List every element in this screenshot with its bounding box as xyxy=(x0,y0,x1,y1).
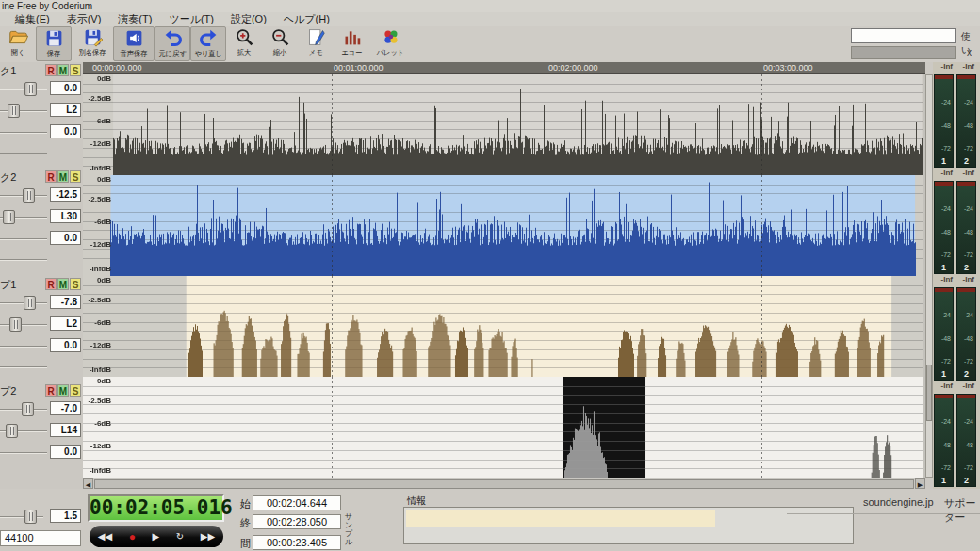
track2-volume-slider[interactable] xyxy=(23,188,35,203)
menu-settings[interactable]: 設定(O) xyxy=(231,12,267,26)
track2-extra-slider[interactable] xyxy=(0,259,47,261)
undo-button[interactable]: 元に戻す xyxy=(155,26,190,61)
meter-channel-1: -24-48-721 xyxy=(934,287,954,381)
track1-volume-slider[interactable] xyxy=(24,82,37,96)
db-label: -InfdB xyxy=(83,164,111,172)
palette-button[interactable]: パレット xyxy=(369,26,411,61)
track3-extra-slider[interactable] xyxy=(0,366,47,368)
db-label: -12dB xyxy=(83,442,111,450)
track4-waveform-lane-active[interactable]: 0dB -2.5dB -6dB -12dB -InfdB xyxy=(83,377,923,478)
track3-record-button[interactable]: R xyxy=(45,278,57,290)
menu-tools[interactable]: ツール(T) xyxy=(169,12,214,26)
site-link[interactable]: soundengine.jp xyxy=(863,496,934,508)
palette-icon xyxy=(381,27,400,47)
track4-volume-value[interactable]: -7.0 xyxy=(50,401,81,415)
track4-pan-value[interactable]: L14 xyxy=(50,423,81,437)
peak-value: -Inf xyxy=(933,169,955,181)
track4-mute-button[interactable]: M xyxy=(57,384,69,397)
track2-pan-slider[interactable] xyxy=(3,210,15,224)
peak-value: -Inf xyxy=(933,275,955,287)
track1-solo-button[interactable]: S xyxy=(70,64,81,76)
track3-waveform-lane[interactable]: 0dB -2.5dB -6dB -12dB -InfdB xyxy=(83,276,923,377)
track2-pan-value[interactable]: L30 xyxy=(50,209,81,223)
track2-mute-button[interactable]: M xyxy=(57,170,69,183)
ruler-label-2: 00:02:00.000 xyxy=(548,63,598,73)
record-button[interactable]: ● xyxy=(129,531,136,543)
zoom-in-button[interactable]: 拡大 xyxy=(226,26,262,61)
tempo-slider[interactable] xyxy=(24,510,37,524)
gap-time-field[interactable]: 00:00:23.405 xyxy=(253,535,341,550)
scrollbar-thumb[interactable] xyxy=(926,365,932,421)
loop-button[interactable]: ↻ xyxy=(176,532,184,542)
track4-record-button[interactable]: R xyxy=(45,384,57,397)
track1-extra-value[interactable]: 0.0 xyxy=(50,124,81,138)
menu-view[interactable]: 表示(V) xyxy=(67,12,102,26)
track1-record-button[interactable]: R xyxy=(45,64,57,76)
track3-solo-button[interactable]: S xyxy=(70,278,81,290)
zoom-out-label: 縮小 xyxy=(273,48,286,57)
echo-button[interactable]: エコー xyxy=(334,26,369,61)
menu-play[interactable]: 演奏(T) xyxy=(118,12,152,26)
open-button[interactable]: 開く xyxy=(0,26,36,61)
palette-label: パレット xyxy=(376,48,403,57)
track2-volume-value[interactable]: -12.5 xyxy=(50,187,81,202)
zoom-out-button[interactable]: 縮小 xyxy=(262,26,298,61)
scroll-right-icon[interactable]: ▶ xyxy=(915,478,925,489)
close-panel-label[interactable]: x xyxy=(967,47,972,57)
menu-edit[interactable]: 編集(E) xyxy=(15,12,50,26)
end-field-label: 終 xyxy=(240,516,251,530)
track2-solo-button[interactable]: S xyxy=(70,170,81,183)
track1-mute-button[interactable]: M xyxy=(57,64,69,76)
db-label: -6dB xyxy=(83,318,111,327)
track3-pan-slider[interactable] xyxy=(9,317,22,332)
save-as-button[interactable]: 別名保存 xyxy=(72,26,113,61)
memo-button[interactable]: メモ xyxy=(298,26,334,61)
info-label: 情報 xyxy=(407,494,426,508)
play-button[interactable]: ▶ xyxy=(153,532,160,542)
scrollbar-thumb[interactable] xyxy=(94,479,914,489)
tempo-value[interactable]: 1.5 xyxy=(50,509,81,523)
track4-solo-button[interactable]: S xyxy=(70,384,81,397)
rewind-button[interactable]: ◀◀ xyxy=(98,532,112,542)
search-input[interactable] xyxy=(851,28,956,43)
track4-controls: プ2 RMS -7.0 L14 0.0 xyxy=(0,382,83,489)
track1-extra-slider[interactable] xyxy=(0,153,47,154)
track3-volume-value[interactable]: -7.8 xyxy=(50,295,81,309)
track4-pan-slider[interactable] xyxy=(6,424,18,438)
db-label: -2.5dB xyxy=(83,296,111,304)
track2-record-button[interactable]: R xyxy=(45,170,57,183)
db-label: -12dB xyxy=(83,341,111,349)
track3-pan-value[interactable]: L2 xyxy=(50,316,81,331)
redo-button[interactable]: やり直し xyxy=(190,26,226,61)
scroll-left-icon[interactable]: ◀ xyxy=(83,478,93,489)
samplerate-field[interactable]: 44100 xyxy=(0,530,81,546)
vertical-scrollbar[interactable] xyxy=(925,74,933,478)
menu-help[interactable]: ヘルプ(H) xyxy=(284,12,330,26)
zoom-in-label: 拡大 xyxy=(237,48,251,57)
toolbar: 開く 保存 別名保存 音声保存 元に戻す やり直し 拡大 縮小 メモ エコー パ… xyxy=(0,26,980,62)
track1-pan-slider[interactable] xyxy=(8,104,20,118)
supporter-link[interactable]: サポーター xyxy=(944,496,980,525)
horizontal-scrollbar[interactable]: ◀ ▶ xyxy=(83,478,925,489)
meter-channel-1: -24-48-721 xyxy=(934,74,954,168)
track3-volume-slider[interactable] xyxy=(24,296,36,310)
track2-waveform-lane[interactable]: 0dB -2.5dB -6dB -12dB -InfdB xyxy=(83,175,923,276)
audio-save-button[interactable]: 音声保存 xyxy=(113,26,155,61)
track1-waveform-lane[interactable]: 0dB -2.5dB -6dB -12dB -InfdB xyxy=(83,74,923,175)
track3-mute-button[interactable]: M xyxy=(57,278,69,290)
save-button[interactable]: 保存 xyxy=(36,26,72,61)
forward-button[interactable]: ▶▶ xyxy=(201,532,215,542)
track1-pan-value[interactable]: L2 xyxy=(50,103,81,117)
track4-volume-slider[interactable] xyxy=(22,402,34,416)
peak-value: -Inf xyxy=(955,275,976,287)
end-time-field[interactable]: 00:02:28.050 xyxy=(253,514,341,529)
track2-extra-value[interactable]: 0.0 xyxy=(50,231,81,245)
waveform-area: 00:00:00.000 00:01:00.000 00:02:00.000 0… xyxy=(83,62,925,489)
start-time-field[interactable]: 00:02:04.644 xyxy=(253,495,341,510)
meter-channel-1: -24-48-721 xyxy=(934,394,954,487)
time-ruler[interactable]: 00:00:00.000 00:01:00.000 00:02:00.000 0… xyxy=(83,62,925,74)
track3-extra-value[interactable]: 0.0 xyxy=(50,338,81,352)
track4-extra-value[interactable]: 0.0 xyxy=(50,445,81,459)
db-label: -2.5dB xyxy=(83,195,111,203)
track1-volume-value[interactable]: 0.0 xyxy=(50,81,81,95)
